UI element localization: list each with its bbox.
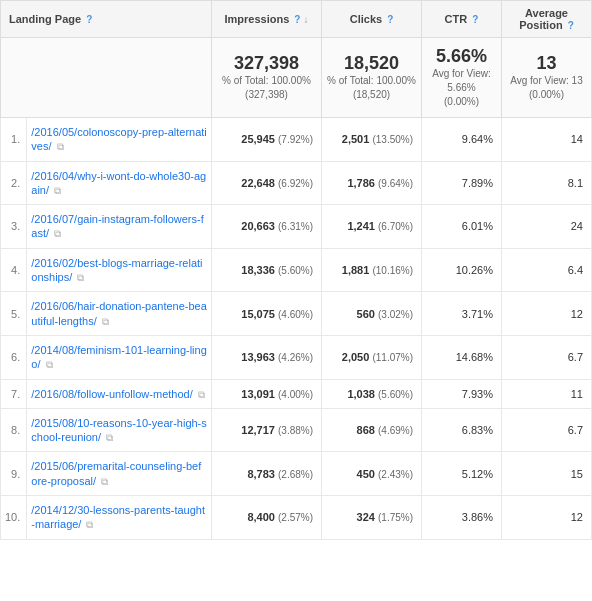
row-number: 9. xyxy=(1,452,27,496)
table-row: 5. /2016/06/hair-donation-pantene-beauti… xyxy=(1,292,592,336)
landing-page-url[interactable]: /2016/07/gain-instagram-followers-fast/ … xyxy=(27,205,212,249)
landing-page-label: Landing Page xyxy=(9,13,81,25)
clicks-cell: 868 (4.69%) xyxy=(322,408,422,452)
landing-page-url[interactable]: /2016/06/hair-donation-pantene-beautiful… xyxy=(27,292,212,336)
impressions-value: 13,091 xyxy=(241,388,275,400)
summary-impressions-cell: 327,398 % of Total: 100.00% (327,398) xyxy=(212,38,322,118)
impressions-value: 13,963 xyxy=(241,351,275,363)
clicks-pct: (5.60%) xyxy=(378,389,413,400)
avg-pos-cell: 24 xyxy=(502,205,592,249)
row-number: 3. xyxy=(1,205,27,249)
impressions-pct: (2.68%) xyxy=(278,469,313,480)
copy-icon[interactable]: ⧉ xyxy=(198,389,205,400)
landing-page-url[interactable]: /2016/04/why-i-wont-do-whole30-again/ ⧉ xyxy=(27,161,212,205)
impressions-pct: (6.31%) xyxy=(278,221,313,232)
avg-position-header[interactable]: Average Position ? xyxy=(502,1,592,38)
avg-position-label: Average Position xyxy=(519,7,568,31)
ctr-help-icon[interactable]: ? xyxy=(472,14,478,25)
clicks-cell: 1,786 (9.64%) xyxy=(322,161,422,205)
avg-pos-cell: 8.1 xyxy=(502,161,592,205)
impressions-pct: (6.92%) xyxy=(278,178,313,189)
copy-icon[interactable]: ⧉ xyxy=(54,228,61,239)
clicks-value: 1,786 xyxy=(347,177,375,189)
url-link[interactable]: /2015/06/premarital-counseling-before-pr… xyxy=(31,460,201,486)
impressions-pct: (5.60%) xyxy=(278,265,313,276)
avg-pos-cell: 6.7 xyxy=(502,335,592,379)
copy-icon[interactable]: ⧉ xyxy=(54,185,61,196)
landing-page-url[interactable]: /2014/12/30-lessons-parents-taught-marri… xyxy=(27,496,212,540)
ctr-header[interactable]: CTR ? xyxy=(422,1,502,38)
table-row: 3. /2016/07/gain-instagram-followers-fas… xyxy=(1,205,592,249)
copy-icon[interactable]: ⧉ xyxy=(57,141,64,152)
avg-position-help-icon[interactable]: ? xyxy=(568,20,574,31)
ctr-value: 6.83% xyxy=(462,424,493,436)
copy-icon[interactable]: ⧉ xyxy=(106,432,113,443)
row-number: 4. xyxy=(1,248,27,292)
clicks-header[interactable]: Clicks ? xyxy=(322,1,422,38)
ctr-cell: 7.93% xyxy=(422,379,502,408)
ctr-cell: 10.26% xyxy=(422,248,502,292)
avg-pos-cell: 11 xyxy=(502,379,592,408)
landing-page-url[interactable]: /2016/02/best-blogs-marriage-relationshi… xyxy=(27,248,212,292)
ctr-cell: 5.12% xyxy=(422,452,502,496)
impressions-cell: 13,091 (4.00%) xyxy=(212,379,322,408)
impressions-cell: 8,400 (2.57%) xyxy=(212,496,322,540)
clicks-cell: 1,241 (6.70%) xyxy=(322,205,422,249)
impressions-header[interactable]: Impressions ? ↓ xyxy=(212,1,322,38)
url-link[interactable]: /2016/06/hair-donation-pantene-beautiful… xyxy=(31,300,207,326)
clicks-value: 1,241 xyxy=(347,220,375,232)
impressions-cell: 22,648 (6.92%) xyxy=(212,161,322,205)
ctr-cell: 9.64% xyxy=(422,118,502,162)
impressions-label: Impressions xyxy=(224,13,289,25)
copy-icon[interactable]: ⧉ xyxy=(102,316,109,327)
avg-pos-value: 6.7 xyxy=(568,351,583,363)
url-link[interactable]: /2014/12/30-lessons-parents-taught-marri… xyxy=(31,504,205,530)
landing-page-url[interactable]: /2015/08/10-reasons-10-year-high-school-… xyxy=(27,408,212,452)
row-number: 5. xyxy=(1,292,27,336)
clicks-cell: 1,881 (10.16%) xyxy=(322,248,422,292)
landing-page-url[interactable]: /2015/06/premarital-counseling-before-pr… xyxy=(27,452,212,496)
impressions-value: 15,075 xyxy=(241,308,275,320)
impressions-sort-icon[interactable]: ↓ xyxy=(304,14,309,25)
copy-icon[interactable]: ⧉ xyxy=(86,519,93,530)
avg-pos-value: 15 xyxy=(571,468,583,480)
impressions-pct: (7.92%) xyxy=(278,134,313,145)
table-row: 4. /2016/02/best-blogs-marriage-relation… xyxy=(1,248,592,292)
clicks-value: 560 xyxy=(357,308,375,320)
impressions-pct: (4.26%) xyxy=(278,352,313,363)
impressions-help-icon[interactable]: ? xyxy=(294,14,300,25)
avg-pos-value: 12 xyxy=(571,511,583,523)
landing-page-url[interactable]: /2016/08/follow-unfollow-method/ ⧉ xyxy=(27,379,212,408)
impressions-value: 12,717 xyxy=(241,424,275,436)
impressions-value: 22,648 xyxy=(241,177,275,189)
summary-clicks-value: 18,520 xyxy=(326,53,417,74)
copy-icon[interactable]: ⧉ xyxy=(46,359,53,370)
ctr-value: 7.89% xyxy=(462,177,493,189)
clicks-help-icon[interactable]: ? xyxy=(387,14,393,25)
summary-impressions-value: 327,398 xyxy=(216,53,317,74)
clicks-value: 868 xyxy=(357,424,375,436)
landing-page-url[interactable]: /2016/05/colonoscopy-prep-alternatives/ … xyxy=(27,118,212,162)
summary-avgpos-value: 13 xyxy=(506,53,587,74)
landing-page-url[interactable]: /2014/08/feminism-101-learning-lingo/ ⧉ xyxy=(27,335,212,379)
url-link[interactable]: /2015/08/10-reasons-10-year-high-school-… xyxy=(31,417,207,443)
ctr-value: 3.86% xyxy=(462,511,493,523)
ctr-cell: 3.71% xyxy=(422,292,502,336)
avg-pos-cell: 14 xyxy=(502,118,592,162)
copy-icon[interactable]: ⧉ xyxy=(101,476,108,487)
avg-pos-value: 14 xyxy=(571,133,583,145)
url-link[interactable]: /2016/08/follow-unfollow-method/ xyxy=(31,388,192,400)
url-link[interactable]: /2016/02/best-blogs-marriage-relationshi… xyxy=(31,257,202,283)
table-row: 10. /2014/12/30-lessons-parents-taught-m… xyxy=(1,496,592,540)
landing-page-help-icon[interactable]: ? xyxy=(86,14,92,25)
clicks-pct: (4.69%) xyxy=(378,425,413,436)
row-number: 10. xyxy=(1,496,27,540)
copy-icon[interactable]: ⧉ xyxy=(77,272,84,283)
ctr-cell: 6.01% xyxy=(422,205,502,249)
clicks-value: 2,501 xyxy=(342,133,370,145)
table-row: 8. /2015/08/10-reasons-10-year-high-scho… xyxy=(1,408,592,452)
avg-pos-cell: 6.7 xyxy=(502,408,592,452)
url-link[interactable]: /2014/08/feminism-101-learning-lingo/ xyxy=(31,344,206,370)
impressions-value: 8,783 xyxy=(247,468,275,480)
clicks-cell: 1,038 (5.60%) xyxy=(322,379,422,408)
